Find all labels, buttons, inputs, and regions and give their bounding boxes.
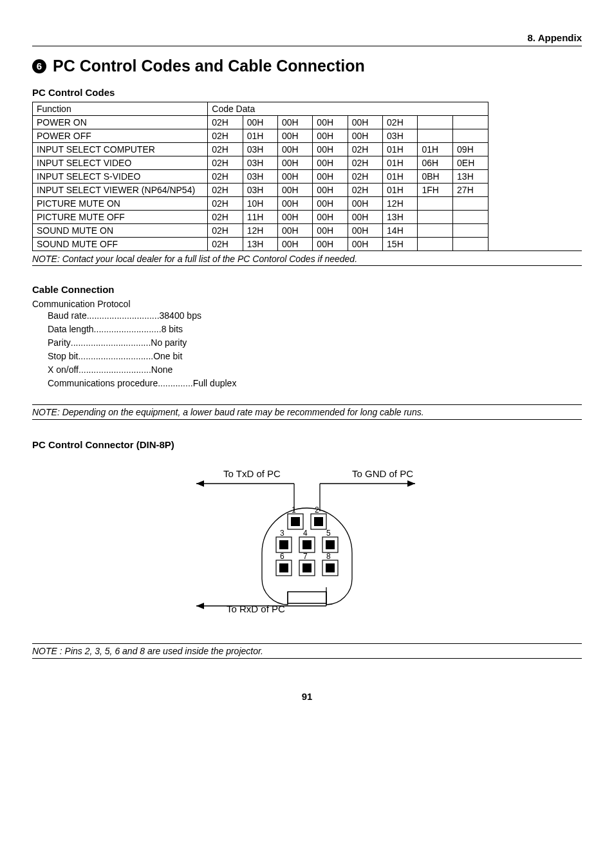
pin-label-5: 5 xyxy=(326,529,331,538)
section-number-badge: 6 xyxy=(32,59,46,73)
code-cell: 00H xyxy=(313,224,348,238)
code-cell: 03H xyxy=(243,170,277,184)
code-cell xyxy=(453,197,488,211)
connector-diagram: To TxD of PC To GND of PC To RxD of PC 1… xyxy=(32,463,582,630)
code-cell: 02H xyxy=(208,211,243,224)
protocol-dots: .............. xyxy=(158,377,192,390)
table-row: SOUND MUTE ON02H12H00H00H00H14H xyxy=(33,224,488,238)
note-rule xyxy=(32,265,582,266)
function-cell: PICTURE MUTE ON xyxy=(33,197,208,211)
code-cell xyxy=(418,129,453,143)
function-cell: INPUT SELECT COMPUTER xyxy=(33,143,208,156)
page-number: 91 xyxy=(32,691,582,702)
protocol-dots: ................................ xyxy=(71,336,151,350)
code-cell: 00H xyxy=(313,129,348,143)
code-cell: 01H xyxy=(418,143,453,156)
code-cell: 01H xyxy=(383,170,418,184)
code-cell: 13H xyxy=(453,170,488,184)
code-cell: 02H xyxy=(348,170,382,184)
table-row: PICTURE MUTE ON02H10H00H00H00H12H xyxy=(33,197,488,211)
protocol-value: No parity xyxy=(151,336,187,350)
code-cell: 0EH xyxy=(453,156,488,170)
protocol-row: X on/off .............................No… xyxy=(48,363,251,377)
svg-rect-18 xyxy=(326,540,335,549)
code-cell: 02H xyxy=(383,116,418,129)
code-cell: 27H xyxy=(453,184,488,197)
code-cell: 00H xyxy=(313,116,348,129)
code-cell: 02H xyxy=(208,170,243,184)
code-cell: 03H xyxy=(383,129,418,143)
code-cell: 00H xyxy=(313,238,348,251)
code-cell: 01H xyxy=(243,129,277,143)
code-cell: 00H xyxy=(277,156,312,170)
svg-rect-20 xyxy=(279,563,288,572)
svg-marker-7 xyxy=(196,603,204,609)
function-cell: POWER ON xyxy=(33,116,208,129)
table-row: INPUT SELECT VIEWER (NP64/NP54)02H03H00H… xyxy=(33,184,488,197)
pin-label-7: 7 xyxy=(303,552,308,561)
section-title: 6 PC Control Codes and Cable Connection xyxy=(32,57,582,75)
code-cell xyxy=(418,211,453,224)
pin-label-1: 1 xyxy=(292,505,296,514)
protocol-row: Communications procedure..............Fu… xyxy=(48,377,251,390)
code-cell: 03H xyxy=(243,143,277,156)
protocol-row: Baud rate.............................38… xyxy=(48,309,251,323)
function-cell: PICTURE MUTE OFF xyxy=(33,211,208,224)
header-code-data: Code Data xyxy=(208,102,488,116)
code-cell: 00H xyxy=(313,156,348,170)
protocol-dots: .............................. xyxy=(78,350,153,363)
svg-rect-22 xyxy=(302,563,312,572)
code-cell xyxy=(453,224,488,238)
table-row: INPUT SELECT COMPUTER02H03H00H00H02H01H0… xyxy=(33,143,488,156)
code-cell xyxy=(453,238,488,251)
protocol-label: Data length xyxy=(48,323,94,336)
protocol-row: Stop bit..............................On… xyxy=(48,350,251,363)
label-gnd: To GND of PC xyxy=(352,468,413,479)
code-cell: 00H xyxy=(348,238,382,251)
table-header-row: Function Code Data xyxy=(33,102,488,116)
table-row: POWER ON02H00H00H00H00H02H xyxy=(33,116,488,129)
code-cell: 09H xyxy=(453,143,488,156)
code-cell: 00H xyxy=(313,197,348,211)
code-cell xyxy=(418,224,453,238)
code-cell: 01H xyxy=(383,184,418,197)
protocol-label: X on/off xyxy=(48,363,79,377)
code-cell: 13H xyxy=(243,238,277,251)
code-cell: 00H xyxy=(277,143,312,156)
code-cell: 1FH xyxy=(418,184,453,197)
code-cell: 12H xyxy=(243,224,277,238)
svg-rect-24 xyxy=(326,563,335,572)
codes-note: NOTE: Contact your local dealer for a fu… xyxy=(32,254,582,266)
protocol-label: Communications procedure xyxy=(48,377,158,390)
code-cell xyxy=(418,116,453,129)
code-cell: 03H xyxy=(243,184,277,197)
code-cell: 02H xyxy=(208,224,243,238)
pin-label-8: 8 xyxy=(326,552,331,561)
svg-rect-12 xyxy=(314,517,323,526)
protocol-label: Baud rate xyxy=(48,309,87,323)
code-cell: 02H xyxy=(208,184,243,197)
code-cell: 00H xyxy=(313,143,348,156)
code-cell: 02H xyxy=(208,143,243,156)
svg-rect-10 xyxy=(291,517,300,526)
code-cell: 02H xyxy=(348,184,382,197)
function-cell: INPUT SELECT S-VIDEO xyxy=(33,170,208,184)
code-cell xyxy=(418,197,453,211)
cable-note: NOTE: Depending on the equipment, a lowe… xyxy=(32,404,582,420)
code-cell: 02H xyxy=(348,143,382,156)
protocol-value: One bit xyxy=(153,350,182,363)
code-cell: 13H xyxy=(383,211,418,224)
code-cell xyxy=(418,238,453,251)
code-cell: 00H xyxy=(277,197,312,211)
protocol-value: None xyxy=(151,363,172,377)
code-cell: 15H xyxy=(383,238,418,251)
header-function: Function xyxy=(33,102,208,116)
cable-connection-heading: Cable Connection xyxy=(32,284,582,295)
protocol-dots: ............................. xyxy=(87,309,160,323)
protocol-value: 8 bits xyxy=(162,323,183,336)
code-cell: 00H xyxy=(277,129,312,143)
code-cell: 00H xyxy=(348,197,382,211)
connector-note: NOTE : Pins 2, 3, 5, 6 and 8 are used in… xyxy=(32,643,582,659)
label-rxd: To RxD of PC xyxy=(227,603,285,614)
code-cell: 00H xyxy=(243,116,277,129)
